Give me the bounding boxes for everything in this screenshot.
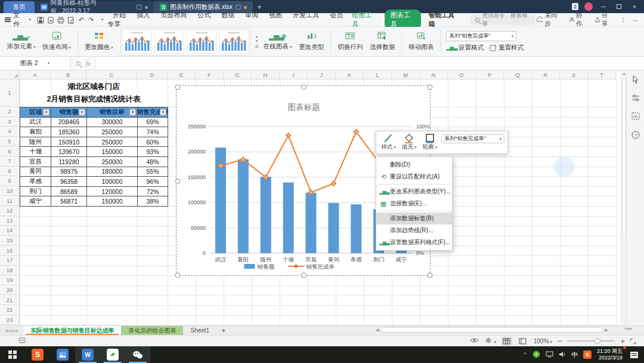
tray-sogou-icon[interactable]: S <box>583 350 592 359</box>
row-header-15[interactable]: 15 <box>0 236 20 246</box>
menu-tab-3[interactable]: 公式 <box>192 11 216 19</box>
col-header-I[interactable]: I <box>280 70 308 79</box>
table-cell[interactable]: 72% <box>137 186 168 197</box>
filter-button[interactable]: ▼ <box>79 109 85 115</box>
col-header-G[interactable]: G <box>224 70 252 79</box>
col-header-D[interactable]: D <box>137 70 168 79</box>
filter-button[interactable]: ▼ <box>160 109 166 115</box>
table-cell[interactable]: 250000 <box>86 137 138 147</box>
col-header-B[interactable]: B <box>51 70 86 79</box>
table-cell[interactable]: 宜昌 <box>20 156 51 167</box>
sheet-tab-1[interactable]: 实际销售数据与销售目标达成率 <box>23 326 121 335</box>
sheet-nav-arrows[interactable]: ◀◀ ▶▶ <box>0 326 23 335</box>
menu-tab-6[interactable]: 视图 <box>264 11 287 19</box>
table-cell[interactable]: 250000 <box>86 156 138 167</box>
close-button[interactable]: × <box>630 3 639 10</box>
table-cell[interactable]: 100000 <box>86 176 138 187</box>
print-button[interactable] <box>56 16 66 23</box>
tray-network-icon[interactable] <box>546 351 553 359</box>
context-menu-item-7[interactable]: 添加趋势线(R)... <box>376 224 452 236</box>
table-cell[interactable]: 十堰 <box>20 146 51 157</box>
reset-style-button[interactable]: 重置样式 <box>490 44 524 52</box>
select-data-button[interactable]: 选择数据 <box>366 30 398 53</box>
sheet-tab-3[interactable]: Sheet1 <box>183 326 216 335</box>
table-header-cell[interactable]: 销售目标▼ <box>86 107 138 118</box>
chart-style-thumb-1[interactable] <box>122 30 152 54</box>
clock[interactable]: 21:20 周五2022/3/18 <box>597 348 625 362</box>
table-cell[interactable]: 55% <box>137 167 168 177</box>
zoom-in-button[interactable]: + <box>620 337 625 346</box>
add-sheet-button[interactable]: + <box>216 326 230 335</box>
eye-protect-icon[interactable] <box>470 337 479 344</box>
table-cell[interactable]: 208465 <box>51 117 87 128</box>
row-header-7[interactable]: 7 <box>0 156 20 167</box>
table-cell[interactable]: 185360 <box>51 127 87 137</box>
tray-antivirus-icon[interactable] <box>532 350 540 359</box>
row-header-22[interactable]: 22 <box>0 305 20 315</box>
settings-sliders-icon[interactable] <box>631 94 640 101</box>
accessibility-icon[interactable] <box>18 337 26 345</box>
table-cell[interactable]: 60% <box>137 137 168 147</box>
col-header-S[interactable]: S <box>560 70 588 79</box>
filter-button[interactable]: ▼ <box>43 109 49 115</box>
col-header-T[interactable]: T <box>588 70 616 79</box>
table-cell[interactable]: 48% <box>137 156 168 167</box>
col-header-O[interactable]: O <box>448 70 476 79</box>
table-header-cell[interactable]: 销售额▼ <box>51 107 87 118</box>
start-button[interactable] <box>0 346 25 363</box>
row-header-1[interactable]: 1 <box>0 79 20 107</box>
search-input[interactable]: 查找命令、搜索模板 <box>470 15 535 25</box>
table-header-cell[interactable]: 区域▼ <box>20 107 51 118</box>
switch-rowcol-button[interactable]: 切换行列 <box>334 30 366 53</box>
table-cell[interactable]: 襄阳 <box>20 127 51 137</box>
quick-layout-button[interactable]: 快速布局▾ <box>39 30 75 53</box>
normal-view-button[interactable] <box>501 337 512 346</box>
fill-button[interactable]: 填充▾ <box>400 133 419 151</box>
zoom-out-button[interactable]: − <box>558 337 562 346</box>
add-element-button[interactable]: ▂▅▃+ 添加元素▾ <box>4 31 39 52</box>
context-menu-item-6[interactable]: 添加数据标签(B) <box>376 213 452 224</box>
undo-button[interactable]: ↶ <box>76 16 86 24</box>
smart-toolbox-tab[interactable]: 智能工具箱 <box>423 11 464 29</box>
sheet-tab-2[interactable]: 美化后的组合图表 <box>121 326 183 335</box>
col-header-P[interactable]: P <box>476 70 504 79</box>
table-cell[interactable]: 150000 <box>86 146 138 157</box>
table-cell[interactable]: 黄冈 <box>20 167 51 177</box>
menu-tab-0[interactable]: 开始 <box>107 11 131 19</box>
row-header-17[interactable]: 17 <box>0 256 20 266</box>
page-break-view-button[interactable] <box>518 337 528 346</box>
draw-tools-tab[interactable]: 绘图工具 <box>346 11 382 29</box>
zoom-slider-knob[interactable] <box>595 338 600 344</box>
col-header-L[interactable]: L <box>364 70 392 79</box>
taskbar-app-wps[interactable]: W <box>75 346 100 363</box>
table-cell[interactable]: 咸宁 <box>20 196 51 207</box>
select-cursor-icon[interactable] <box>631 75 640 84</box>
save-button[interactable] <box>36 16 46 23</box>
table-cell[interactable]: 93% <box>137 146 168 157</box>
more-menu-icon[interactable]: ⋮ <box>620 16 627 23</box>
row-header-16[interactable]: 16 <box>0 245 20 256</box>
context-menu-item-4[interactable]: ▦选择数据(E)... <box>376 198 452 210</box>
taskbar-app-photos[interactable] <box>50 346 75 363</box>
selection-mode-icon[interactable]: ▾ <box>484 337 496 344</box>
table-cell[interactable]: 150000 <box>86 196 138 207</box>
menu-tab-7[interactable]: 开发工具 <box>287 11 324 19</box>
menu-tab-1[interactable]: 插入 <box>131 11 155 19</box>
redo-button[interactable]: ↷ <box>86 16 96 24</box>
chart-panel-icon[interactable] <box>631 112 640 120</box>
set-format-button[interactable]: ▂▅▃设置格式 <box>446 44 484 52</box>
table-cell[interactable]: 139670 <box>51 146 87 157</box>
tray-ime-indicator[interactable]: 中 <box>571 350 578 359</box>
file-menu[interactable]: 文件▾ <box>0 11 36 29</box>
row-header-6[interactable]: 6 <box>0 146 20 156</box>
col-header-R[interactable]: R <box>532 70 560 79</box>
filter-button[interactable]: ▼ <box>129 109 136 115</box>
row-header-21[interactable]: 21 <box>0 295 20 305</box>
zoom-slider[interactable] <box>567 340 615 342</box>
taskbar-app-sogou[interactable]: S <box>25 346 50 363</box>
menu-tab-2[interactable]: 页面布局 <box>155 11 192 19</box>
share-button[interactable]: 分享 <box>595 11 613 28</box>
tray-expand-icon[interactable]: ⌃ <box>523 352 527 358</box>
chart-style-thumb-4[interactable] <box>219 30 249 54</box>
table-cell[interactable]: 74% <box>137 127 168 137</box>
